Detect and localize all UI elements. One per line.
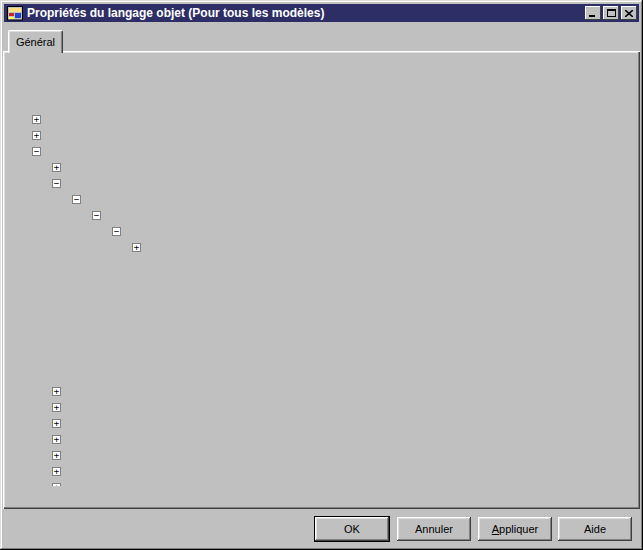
collapse-minus-icon[interactable]: − bbox=[52, 179, 61, 188]
expand-plus-icon[interactable]: + bbox=[52, 403, 61, 412]
app-icon bbox=[7, 6, 23, 21]
apply-button[interactable]: Appliquer bbox=[478, 517, 552, 541]
tab-label: Général bbox=[16, 36, 55, 48]
expand-plus-icon[interactable]: + bbox=[32, 115, 41, 124]
minimize-button[interactable] bbox=[585, 6, 601, 20]
expand-plus-icon[interactable]: + bbox=[52, 387, 61, 396]
close-button[interactable] bbox=[621, 6, 637, 20]
window: Propriétés du langage objet (Pour tous l… bbox=[0, 0, 643, 550]
expand-plus-icon[interactable]: + bbox=[52, 483, 61, 486]
expand-plus-icon[interactable]: + bbox=[52, 419, 61, 428]
expand-plus-icon[interactable]: + bbox=[52, 435, 61, 444]
cancel-button[interactable]: Annuler bbox=[397, 517, 471, 541]
minimize-icon bbox=[589, 10, 597, 17]
expand-plus-icon[interactable]: + bbox=[52, 467, 61, 476]
expand-plus-icon[interactable]: + bbox=[52, 451, 61, 460]
maximize-button[interactable] bbox=[603, 6, 619, 20]
expand-plus-icon[interactable]: + bbox=[32, 131, 41, 140]
title-bar: Propriétés du langage objet (Pour tous l… bbox=[4, 4, 639, 22]
expand-plus-icon[interactable]: + bbox=[52, 163, 61, 172]
ok-button-label: OK bbox=[344, 523, 360, 535]
cancel-button-label: Annuler bbox=[415, 523, 453, 535]
apply-button-label: Appliquer bbox=[492, 523, 539, 535]
collapse-minus-icon[interactable]: − bbox=[92, 211, 101, 220]
help-button[interactable]: Aide bbox=[558, 517, 632, 541]
close-icon bbox=[625, 10, 633, 17]
window-title: Propriétés du langage objet (Pour tous l… bbox=[27, 6, 324, 20]
ok-button[interactable]: OK bbox=[315, 517, 389, 541]
collapse-minus-icon[interactable]: − bbox=[72, 195, 81, 204]
help-button-label: Aide bbox=[584, 523, 606, 535]
tab-page bbox=[3, 51, 640, 509]
maximize-icon bbox=[607, 9, 616, 17]
collapse-minus-icon[interactable]: − bbox=[32, 147, 41, 156]
expand-plus-icon[interactable]: + bbox=[132, 243, 141, 252]
tab-general[interactable]: Général bbox=[8, 30, 63, 53]
collapse-minus-icon[interactable]: − bbox=[112, 227, 121, 236]
